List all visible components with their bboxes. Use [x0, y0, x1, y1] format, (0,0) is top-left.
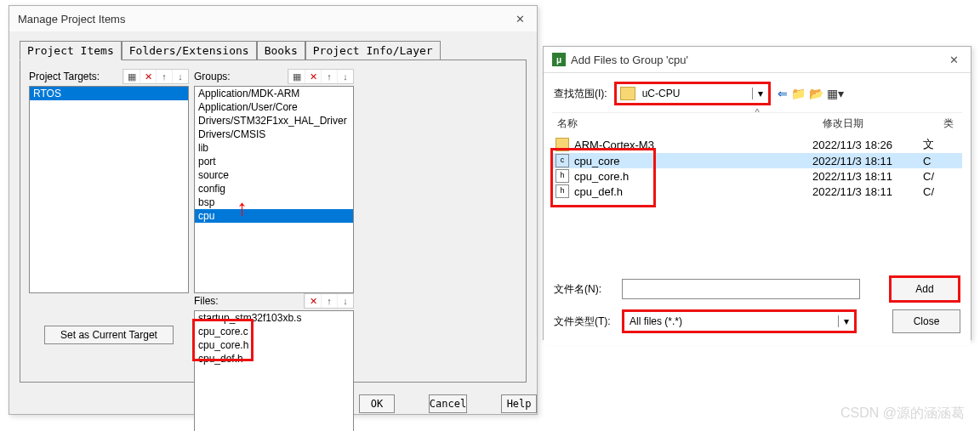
group-item[interactable]: port — [195, 155, 353, 168]
project-targets-list[interactable]: RTOS — [29, 86, 189, 293]
close-icon[interactable]: ✕ — [508, 13, 532, 26]
filetype-value: All files (*.*) — [624, 315, 838, 327]
groups-column: Groups: ▦ ✕ ↑ ↓ Application/MDK-ARMAppli… — [194, 69, 354, 293]
group-item[interactable]: config — [195, 182, 353, 196]
file-date: 2022/11/3 18:26 — [812, 139, 923, 151]
move-down-icon[interactable]: ↓ — [337, 70, 353, 83]
mpm-tab-body: Project Targets: ▦ ✕ ↑ ↓ RTOS Set as Cur… — [20, 60, 527, 383]
delete-icon[interactable]: ✕ — [305, 294, 321, 308]
add-title: Add Files to Group 'cpu' — [571, 54, 688, 66]
file-date: 2022/11/3 18:11 — [812, 170, 923, 183]
h-file-icon: h — [556, 184, 569, 198]
up-folder-icon[interactable]: 📁 — [791, 87, 806, 100]
col-type[interactable]: 类 — [938, 113, 974, 134]
file-name: cpu_def.h — [574, 185, 812, 198]
chevron-down-icon[interactable]: ▾ — [838, 315, 854, 327]
file-row[interactable]: ccpu_core2022/11/3 18:11C — [552, 153, 962, 168]
mpm-tabs: Project Items Folders/Extensions Books P… — [9, 31, 537, 60]
lookin-label: 查找范围(I): — [554, 87, 607, 101]
filetype-combo[interactable]: All files (*.*) ▾ — [622, 309, 857, 333]
cancel-button[interactable]: Cancel — [429, 394, 467, 413]
annotation-arrow-icon: ↑ — [236, 195, 248, 221]
back-icon[interactable]: ⇐ — [778, 87, 788, 100]
close-icon[interactable]: ✕ — [942, 54, 966, 66]
files-label: Files: — [194, 295, 219, 307]
tab-folders-extensions[interactable]: Folders/Extensions — [122, 41, 257, 60]
close-button[interactable]: Close — [892, 309, 960, 333]
group-item[interactable]: bsp — [195, 196, 353, 209]
tab-project-items[interactable]: Project Items — [20, 41, 122, 60]
group-item[interactable]: source — [195, 168, 353, 182]
move-up-icon[interactable]: ↑ — [156, 70, 172, 83]
group-item[interactable]: cpu — [195, 209, 353, 223]
folder-icon — [556, 138, 569, 151]
scroll-up-icon[interactable]: ^ — [755, 107, 759, 117]
delete-icon[interactable]: ✕ — [140, 70, 156, 83]
add-files-dialog: μ Add Files to Group 'cpu' ✕ 查找范围(I): uC… — [543, 46, 971, 340]
group-item[interactable]: lib — [195, 141, 353, 155]
col-name[interactable]: 名称 — [552, 113, 818, 134]
move-up-icon[interactable]: ↑ — [321, 70, 337, 83]
move-down-icon[interactable]: ↓ — [172, 70, 188, 83]
lookin-value: uC-CPU — [639, 88, 752, 99]
group-item[interactable]: Drivers/CMSIS — [195, 128, 353, 141]
ok-button[interactable]: OK — [359, 394, 395, 413]
move-up-icon[interactable]: ↑ — [321, 294, 337, 308]
file-type: C/ — [923, 170, 949, 183]
file-item[interactable]: startup_stm32f103xb.s — [195, 311, 353, 325]
targets-toolbar: ▦ ✕ ↑ ↓ — [122, 69, 189, 84]
app-icon: μ — [552, 53, 566, 66]
file-type: C/ — [923, 185, 949, 198]
groups-toolbar: ▦ ✕ ↑ ↓ — [288, 69, 354, 84]
filename-input[interactable] — [622, 279, 860, 299]
c-file-icon: c — [556, 154, 569, 167]
tab-project-info-layer[interactable]: Project Info/Layer — [305, 41, 441, 60]
filetype-label: 文件类型(T): — [554, 315, 613, 329]
filename-row: 文件名(N): Add — [552, 272, 962, 306]
file-type: 文 — [923, 137, 949, 152]
nav-icons: ⇐ 📁 📂 ▦▾ — [778, 87, 844, 100]
add-titlebar: μ Add Files to Group 'cpu' ✕ — [544, 47, 971, 73]
file-list[interactable]: ARM-Cortex-M32022/11/3 18:26文ccpu_core20… — [552, 134, 962, 272]
file-row[interactable]: hcpu_def.h2022/11/3 18:11C/ — [552, 184, 962, 199]
chevron-down-icon[interactable]: ▾ — [752, 88, 768, 99]
target-item[interactable]: RTOS — [30, 87, 188, 100]
help-button[interactable]: Help — [501, 394, 537, 413]
file-date: 2022/11/3 18:11 — [812, 155, 923, 167]
files-toolbar: ✕ ↑ ↓ — [304, 293, 354, 309]
file-name: ARM-Cortex-M3 — [574, 139, 812, 151]
group-item[interactable]: Application/MDK-ARM — [195, 87, 353, 100]
files-list[interactable]: startup_stm32f103xb.scpu_core.ccpu_core.… — [194, 310, 354, 431]
file-item[interactable]: cpu_def.h — [195, 352, 353, 366]
file-row[interactable]: ARM-Cortex-M32022/11/3 18:26文 — [552, 136, 962, 153]
group-item[interactable]: Application/User/Core — [195, 100, 353, 114]
file-date: 2022/11/3 18:11 — [812, 185, 923, 198]
col-date[interactable]: 修改日期 — [818, 113, 938, 134]
tab-books[interactable]: Books — [257, 41, 305, 60]
group-item[interactable]: Drivers/STM32F1xx_HAL_Driver — [195, 114, 353, 128]
watermark: CSDN @源的涵涵葛 — [840, 405, 965, 422]
manage-project-items-dialog: Manage Project Items ✕ Project Items Fol… — [9, 5, 538, 415]
project-targets-column: Project Targets: ▦ ✕ ↑ ↓ RTOS Set as Cur… — [29, 69, 189, 344]
new-folder-icon[interactable]: 📂 — [809, 87, 823, 100]
delete-icon[interactable]: ✕ — [305, 70, 321, 83]
files-column: Files: ✕ ↑ ↓ startup_stm32f103xb.scpu_co… — [194, 293, 354, 431]
file-row[interactable]: hcpu_core.h2022/11/3 18:11C/ — [552, 168, 962, 184]
views-icon[interactable]: ▦▾ — [827, 87, 844, 100]
add-body: 查找范围(I): uC-CPU ▾ ⇐ 📁 📂 ▦▾ ^ 名称 修改日期 类 A… — [544, 73, 971, 345]
new-icon[interactable]: ▦ — [288, 70, 305, 83]
file-name: cpu_core — [574, 155, 812, 167]
groups-label: Groups: — [194, 71, 231, 82]
add-button[interactable]: Add — [889, 275, 960, 303]
file-item[interactable]: cpu_core.h — [195, 338, 353, 352]
new-icon[interactable]: ▦ — [123, 70, 140, 83]
h-file-icon: h — [556, 169, 569, 183]
lookin-row: 查找范围(I): uC-CPU ▾ ⇐ 📁 📂 ▦▾ — [552, 78, 962, 109]
move-down-icon[interactable]: ↓ — [337, 294, 353, 308]
lookin-combo[interactable]: uC-CPU ▾ — [614, 82, 771, 105]
groups-list[interactable]: Application/MDK-ARMApplication/User/Core… — [194, 86, 354, 293]
project-targets-label: Project Targets: — [29, 71, 100, 82]
file-item[interactable]: cpu_core.c — [195, 325, 353, 338]
file-name: cpu_core.h — [574, 170, 812, 183]
set-current-target-button[interactable]: Set as Current Target — [44, 326, 174, 344]
